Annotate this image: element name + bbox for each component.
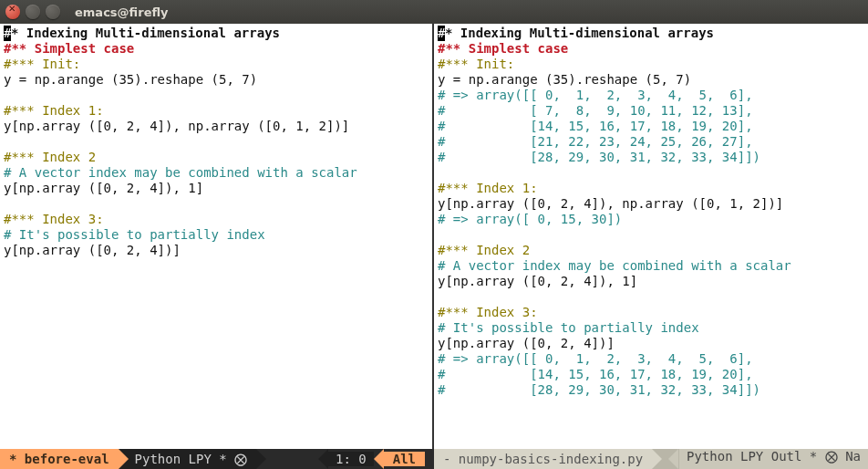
arrow-icon — [374, 449, 384, 469]
code-line[interactable] — [438, 165, 864, 181]
code-line[interactable] — [438, 289, 864, 305]
modeline-left-pos: 1: 0 — [328, 452, 374, 466]
code-line[interactable]: y = np.arange (35).reshape (5, 7) — [4, 72, 429, 88]
code-line[interactable]: # => array([[ 0, 1, 2, 3, 4, 5, 6], — [438, 88, 864, 103]
code-span: #*** Init: — [438, 57, 514, 71]
code-line[interactable] — [4, 88, 429, 103]
code-line[interactable]: #* Indexing Multi-dimensional arrays — [438, 26, 864, 41]
code-line[interactable]: #*** Index 3: — [4, 212, 429, 227]
code-span: #*** Init: — [4, 57, 80, 71]
modeline: * before-eval Python LPY * ⨂ 1: 0 All - … — [0, 449, 868, 469]
left-editor-pane[interactable]: #* Indexing Multi-dimensional arrays#** … — [0, 24, 434, 449]
code-line[interactable]: # => array([[ 0, 1, 2, 3, 4, 5, 6], — [438, 351, 864, 367]
modeline-right-mode[interactable]: Python LPY Outl * ⨂ Na — [679, 449, 868, 469]
code-line[interactable]: #*** Index 1: — [4, 103, 429, 119]
code-line[interactable]: # => array([ 0, 15, 30]) — [438, 212, 864, 227]
code-span: # => array([[ 0, 1, 2, 3, 4, 5, 6], — [438, 88, 753, 102]
code-span: y[np.array ([0, 2, 4])] — [4, 243, 181, 257]
code-line[interactable]: # [14, 15, 16, 17, 18, 19, 20], — [438, 119, 864, 134]
code-span: # [14, 15, 16, 17, 18, 19, 20], — [438, 119, 753, 133]
code-line[interactable]: y[np.array ([0, 2, 4]), np.array ([0, 1,… — [4, 119, 429, 134]
code-span: # [28, 29, 30, 31, 32, 33, 34]]) — [438, 150, 760, 164]
code-span: #** Simplest case — [438, 41, 568, 56]
window-titlebar: emacs@firefly — [0, 0, 868, 24]
code-span: # It's possible to partially index — [4, 227, 265, 242]
code-line[interactable]: y[np.array ([0, 2, 4]), 1] — [4, 181, 429, 196]
modeline-left-buffer[interactable]: * before-eval — [0, 449, 119, 469]
code-line[interactable]: # [21, 22, 23, 24, 25, 26, 27], — [438, 134, 864, 150]
code-span: #*** Index 3: — [4, 212, 104, 226]
code-line[interactable]: #*** Index 2 — [4, 150, 429, 165]
editor-workarea: #* Indexing Multi-dimensional arrays#** … — [0, 24, 868, 449]
arrow-icon — [318, 449, 328, 469]
minimize-icon[interactable] — [26, 5, 40, 19]
modeline-left: * before-eval Python LPY * ⨂ 1: 0 All — [0, 449, 434, 469]
code-span: y[np.array ([0, 2, 4]), np.array ([0, 1,… — [4, 119, 349, 133]
modeline-left-mode[interactable]: Python LPY * ⨂ — [119, 449, 257, 469]
code-line[interactable]: # A vector index may be combined with a … — [4, 165, 429, 181]
code-line[interactable]: #*** Init: — [438, 57, 864, 72]
code-span: # [28, 29, 30, 31, 32, 33, 34]]) — [438, 382, 760, 397]
code-line[interactable]: # It's possible to partially index — [4, 227, 429, 243]
code-span: #*** Index 2 — [4, 150, 96, 164]
code-line[interactable]: #*** Index 2 — [438, 243, 864, 258]
modeline-left-percent: All — [384, 452, 425, 466]
close-icon[interactable] — [5, 5, 20, 19]
code-line[interactable]: # A vector index may be combined with a … — [438, 258, 864, 274]
code-span: # => array([ 0, 15, 30]) — [438, 212, 622, 226]
code-span: # [ 7, 8, 9, 10, 11, 12, 13], — [438, 103, 753, 118]
code-line[interactable] — [4, 196, 429, 212]
code-line[interactable]: #*** Index 1: — [438, 181, 864, 196]
code-span: # It's possible to partially index — [438, 320, 699, 335]
code-line[interactable]: # [28, 29, 30, 31, 32, 33, 34]]) — [438, 150, 864, 165]
code-line[interactable]: y = np.arange (35).reshape (5, 7) — [438, 72, 864, 88]
text-cursor: # — [438, 26, 445, 41]
code-span: y = np.arange (35).reshape (5, 7) — [4, 72, 257, 87]
code-line[interactable]: #** Simplest case — [4, 41, 429, 57]
code-span: #*** Index 1: — [4, 103, 104, 118]
code-span: # [14, 15, 16, 17, 18, 19, 20], — [438, 367, 753, 381]
code-span: * Indexing Multi-dimensional arrays — [11, 26, 280, 40]
text-cursor: # — [4, 26, 11, 41]
code-span: # => array([[ 0, 1, 2, 3, 4, 5, 6], — [438, 351, 753, 366]
modeline-right-buffer[interactable]: - numpy-basics-indexing.py — [434, 449, 652, 469]
code-line[interactable]: # [14, 15, 16, 17, 18, 19, 20], — [438, 367, 864, 382]
code-span: #*** Index 3: — [438, 305, 538, 319]
code-span: y[np.array ([0, 2, 4])] — [438, 336, 615, 350]
code-line[interactable]: y[np.array ([0, 2, 4]), np.array ([0, 1,… — [438, 196, 864, 212]
maximize-icon[interactable] — [46, 5, 60, 19]
code-span: # A vector index may be combined with a … — [438, 258, 791, 273]
arrow-icon — [668, 449, 678, 469]
code-span: y[np.array ([0, 2, 4]), np.array ([0, 1,… — [438, 196, 783, 211]
code-line[interactable]: y[np.array ([0, 2, 4])] — [4, 243, 429, 258]
code-line[interactable]: #*** Index 3: — [438, 305, 864, 320]
code-span: #*** Index 1: — [438, 181, 538, 195]
code-line[interactable]: y[np.array ([0, 2, 4])] — [438, 336, 864, 351]
code-line[interactable]: # [ 7, 8, 9, 10, 11, 12, 13], — [438, 103, 864, 119]
code-line[interactable]: #* Indexing Multi-dimensional arrays — [4, 26, 429, 41]
code-line[interactable]: # [28, 29, 30, 31, 32, 33, 34]]) — [438, 382, 864, 398]
code-span: #** Simplest case — [4, 41, 134, 56]
code-span: y = np.arange (35).reshape (5, 7) — [438, 72, 691, 87]
code-line[interactable]: # It's possible to partially index — [438, 320, 864, 336]
right-editor-pane[interactable]: #* Indexing Multi-dimensional arrays#** … — [434, 24, 868, 449]
code-line[interactable] — [4, 134, 429, 150]
code-span: * Indexing Multi-dimensional arrays — [445, 26, 714, 40]
code-span: # [21, 22, 23, 24, 25, 26, 27], — [438, 134, 753, 149]
code-span: y[np.array ([0, 2, 4]), 1] — [438, 274, 637, 288]
code-span: #*** Index 2 — [438, 243, 530, 257]
code-span: # A vector index may be combined with a … — [4, 165, 357, 180]
modeline-left-fill: 1: 0 All — [256, 449, 434, 469]
code-line[interactable]: y[np.array ([0, 2, 4]), 1] — [438, 274, 864, 289]
code-line[interactable] — [438, 227, 864, 243]
code-line[interactable]: #** Simplest case — [438, 41, 864, 57]
code-span: y[np.array ([0, 2, 4]), 1] — [4, 181, 203, 195]
code-line[interactable]: #*** Init: — [4, 57, 429, 72]
window-title: emacs@firefly — [75, 5, 169, 19]
modeline-right: - numpy-basics-indexing.py Python LPY Ou… — [434, 449, 868, 469]
